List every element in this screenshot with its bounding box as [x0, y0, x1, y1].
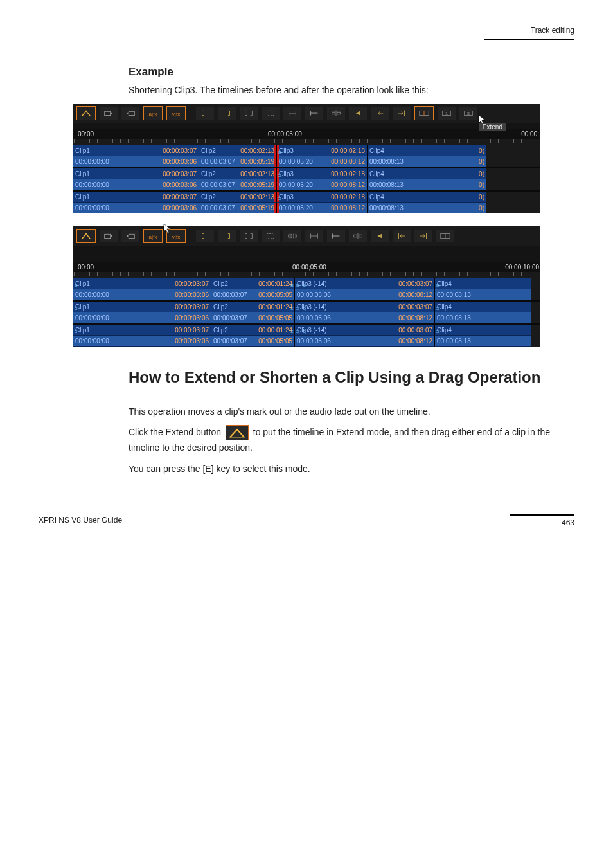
track-row[interactable]: 00:00:00:0000:00:03:0600:00:03:0700:00:0…: [73, 289, 540, 300]
bracket-open-icon[interactable]: [196, 230, 214, 242]
film-next-icon[interactable]: [121, 230, 139, 242]
clip[interactable]: 00:00:00:0000:00:03:06: [73, 156, 199, 167]
split-icon[interactable]: [349, 230, 367, 242]
clip[interactable]: Clip300:00:02:18≡: [276, 168, 367, 179]
clip[interactable]: 00:00:05:0600:00:08:12: [294, 289, 434, 300]
clip[interactable]: 00:00:03:0700:00:05:05: [211, 289, 294, 300]
one-icon[interactable]: 1: [438, 107, 456, 120]
select-dashed-icon[interactable]: [262, 107, 280, 120]
clip[interactable]: 00:00:03:0700:00:05:19: [199, 156, 276, 167]
clip[interactable]: 00:00:08:130(: [367, 156, 486, 167]
clip[interactable]: Clip100:00:03:07: [73, 192, 199, 203]
clip[interactable]: Clip100:00:03:07≡: [73, 325, 211, 336]
track-row[interactable]: 00:00:00:0000:00:03:0600:00:03:0700:00:0…: [73, 203, 540, 213]
track-row[interactable]: 00:00:00:0000:00:03:0600:00:03:0700:00:0…: [73, 312, 540, 323]
bracket-open-icon[interactable]: [196, 107, 214, 120]
clip[interactable]: 00:00:00:0000:00:03:06: [73, 179, 199, 190]
afx-button[interactable]: a|fx: [143, 229, 163, 243]
time-ruler[interactable]: 00:00 00:00;05:00 00:00;: [73, 129, 540, 139]
clip[interactable]: Clip100:00:03:07: [73, 145, 199, 156]
clip[interactable]: Clip40(: [367, 168, 486, 179]
clip[interactable]: 00:00:05:0600:00:08:12: [294, 312, 434, 323]
track-row[interactable]: Clip100:00:03:07≡Clip200:00:01:24≡Clip3 …: [73, 325, 540, 336]
clip[interactable]: 00:00:08:13: [434, 336, 531, 347]
jump-out-icon[interactable]: [414, 230, 432, 242]
bracket-close-icon[interactable]: [218, 107, 236, 120]
clip[interactable]: Clip3 (-14)00:00:03:07≡≡: [294, 278, 434, 289]
track-row[interactable]: Clip100:00:03:07Clip200:00:02:13Clip300:…: [73, 192, 540, 203]
track-row[interactable]: Clip100:00:03:07Clip200:00:02:13Clip300:…: [73, 145, 540, 156]
clip-handle-left[interactable]: [277, 203, 279, 213]
time-ruler[interactable]: 00:00 00:00;05:00 00:00;10:00: [73, 262, 540, 272]
jump-in-icon[interactable]: [393, 230, 411, 242]
clip[interactable]: 00:00:08:13: [434, 312, 531, 323]
clip[interactable]: Clip200:00:02:13: [199, 192, 276, 203]
clip[interactable]: Clip3 (-14)00:00:03:07≡≡: [294, 302, 434, 312]
track-row[interactable]: Clip100:00:03:07≡Clip200:00:01:24≡Clip3 …: [73, 278, 540, 289]
extend-mode-button[interactable]: [76, 106, 96, 120]
extend-box-icon[interactable]: [414, 106, 434, 120]
clip[interactable]: 00:00:05:2000:00:08:12: [276, 179, 367, 190]
clip[interactable]: 00:00:05:2000:00:08:12: [276, 156, 367, 167]
extend-mode-button[interactable]: [76, 229, 96, 243]
clip[interactable]: 00:00:08:130(: [367, 203, 486, 213]
rewind-icon[interactable]: [349, 107, 367, 120]
clip[interactable]: Clip100:00:03:07≡: [73, 302, 211, 312]
clip[interactable]: 00:00:05:2000:00:08:12: [276, 203, 367, 213]
clip[interactable]: 00:00:03:0700:00:05:19: [199, 179, 276, 190]
stretch-dashed-icon[interactable]: [283, 230, 301, 242]
film-prev-icon[interactable]: [100, 107, 118, 120]
s-icon[interactable]: S: [459, 107, 477, 120]
clip[interactable]: Clip4≡: [434, 302, 531, 312]
clip[interactable]: Clip200:00:01:24≡: [211, 278, 294, 289]
range-bar-icon[interactable]: [305, 107, 323, 120]
clip[interactable]: 00:00:08:13: [434, 289, 531, 300]
clip[interactable]: 00:00:00:0000:00:03:06: [73, 203, 199, 213]
jump-out-icon[interactable]: [393, 107, 411, 120]
clip[interactable]: Clip100:00:03:07: [73, 168, 199, 179]
clip[interactable]: 00:00:03:0700:00:05:05: [211, 336, 294, 347]
clip[interactable]: Clip200:00:01:24≡: [211, 325, 294, 336]
clip[interactable]: Clip200:00:01:24≡: [211, 302, 294, 312]
clip[interactable]: Clip40(: [367, 192, 486, 203]
track-row[interactable]: Clip100:00:03:07Clip200:00:02:13Clip300:…: [73, 168, 540, 179]
track-row[interactable]: 00:00:00:0000:00:03:0600:00:03:0700:00:0…: [73, 179, 540, 190]
clip[interactable]: Clip3 (-14)00:00:03:07≡≡: [294, 325, 434, 336]
clip[interactable]: 00:00:03:0700:00:05:05: [211, 312, 294, 323]
clip[interactable]: Clip4≡: [434, 325, 531, 336]
vfx-button[interactable]: v|fx: [166, 106, 186, 120]
clip[interactable]: Clip200:00:02:13: [199, 168, 276, 179]
select-dashed-icon[interactable]: [262, 230, 280, 242]
bracket-close-icon[interactable]: [218, 230, 236, 242]
split-icon[interactable]: [327, 107, 345, 120]
extend-box-icon[interactable]: [436, 230, 454, 242]
brackets-icon[interactable]: [240, 107, 258, 120]
stretch-icon[interactable]: [305, 230, 323, 242]
track-row[interactable]: Clip100:00:03:07≡Clip200:00:01:24≡Clip3 …: [73, 302, 540, 312]
clip-handle-left[interactable]: [277, 156, 279, 167]
clip[interactable]: 00:00:00:0000:00:03:06: [73, 289, 211, 300]
film-prev-icon[interactable]: [100, 230, 118, 242]
rewind-icon[interactable]: [371, 230, 389, 242]
afx-button[interactable]: a|fx: [143, 106, 163, 120]
clip[interactable]: Clip100:00:03:07≡: [73, 278, 211, 289]
clip[interactable]: 00:00:00:0000:00:03:06: [73, 312, 211, 323]
brackets-icon[interactable]: [240, 230, 258, 242]
film-next-icon[interactable]: [121, 107, 139, 120]
clip[interactable]: 00:00:03:0700:00:05:19: [199, 203, 276, 213]
range-bar-icon[interactable]: [327, 230, 345, 242]
clip[interactable]: Clip300:00:02:18≡: [276, 145, 367, 156]
clip[interactable]: 00:00:00:0000:00:03:06: [73, 336, 211, 347]
track-row[interactable]: 00:00:00:0000:00:03:0600:00:03:0700:00:0…: [73, 156, 540, 167]
clip[interactable]: Clip4≡: [434, 278, 531, 289]
jump-in-icon[interactable]: [371, 107, 389, 120]
clip-handle-left[interactable]: [277, 179, 279, 190]
stretch-icon[interactable]: [283, 107, 301, 120]
clip[interactable]: Clip300:00:02:18≡: [276, 192, 367, 203]
clip[interactable]: Clip200:00:02:13: [199, 145, 276, 156]
clip[interactable]: 00:00:08:130(: [367, 179, 486, 190]
track-row[interactable]: 00:00:00:0000:00:03:0600:00:03:0700:00:0…: [73, 336, 540, 347]
clip[interactable]: 00:00:05:0600:00:08:12: [294, 336, 434, 347]
clip[interactable]: Clip40(: [367, 145, 486, 156]
vfx-button[interactable]: v|fx: [166, 229, 186, 243]
